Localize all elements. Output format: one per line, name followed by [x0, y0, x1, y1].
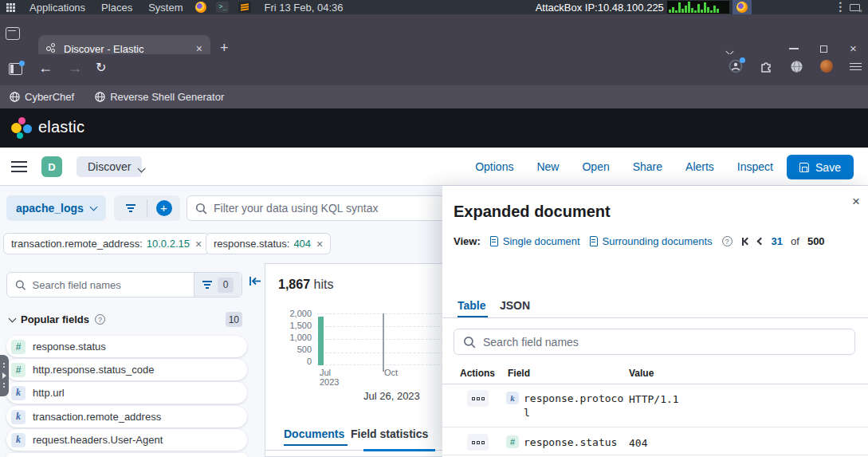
- saved-query-menu-icon[interactable]: [114, 195, 147, 221]
- tabs-overview-icon[interactable]: [6, 27, 20, 40]
- window-minimize-icon[interactable]: [789, 48, 799, 49]
- menu-places[interactable]: Places: [101, 2, 132, 14]
- save-icon: [799, 163, 809, 172]
- menu-hamburger-icon[interactable]: [850, 63, 862, 70]
- alerts-button[interactable]: Alerts: [685, 160, 714, 173]
- field-item-response-status[interactable]: #response.status: [6, 336, 247, 357]
- back-icon[interactable]: ←: [38, 60, 53, 77]
- field-item-http-url[interactable]: khttp.url: [6, 382, 247, 404]
- field-item-transaction-remote-address[interactable]: ktransaction.remote_address: [6, 406, 247, 427]
- reload-icon[interactable]: ↻: [96, 60, 106, 75]
- column-header-field: Field: [508, 368, 530, 379]
- field-item-request-headers-user-agent[interactable]: krequest.headers.User-Agent: [6, 429, 247, 451]
- sidebar-toggle-icon[interactable]: [9, 63, 22, 75]
- row-actions-button[interactable]: [467, 434, 489, 451]
- collapse-sidebar-icon[interactable]: [249, 275, 262, 287]
- surrounding-documents-link[interactable]: Surrounding documents: [590, 235, 713, 247]
- search-icon: [15, 279, 26, 291]
- bookmark-reverse-shell-generator[interactable]: Reverse Shell Generator: [95, 91, 224, 103]
- extension-orange-icon[interactable]: [820, 60, 833, 73]
- pagination-separator: of: [791, 235, 799, 247]
- number-field-icon: #: [11, 340, 26, 354]
- histogram-bar[interactable]: [318, 317, 324, 365]
- menu-applications[interactable]: Applications: [29, 2, 85, 14]
- bookmark-cyberchef[interactable]: CyberChef: [10, 91, 74, 103]
- popular-fields-count: 10: [226, 312, 242, 327]
- share-button[interactable]: Share: [633, 160, 662, 173]
- y-axis-tick: 0: [277, 357, 312, 366]
- remove-filter-icon[interactable]: ×: [316, 238, 323, 250]
- tabs-divider: [442, 317, 868, 318]
- app-grid-icon[interactable]: [6, 3, 15, 12]
- row-divider: [442, 455, 868, 455]
- hits-count: 1,867 hits: [278, 278, 333, 292]
- menu-system[interactable]: System: [148, 2, 183, 14]
- loading-progress-bar: [363, 449, 435, 451]
- firefox-tray-icon[interactable]: [732, 0, 752, 14]
- first-document-icon[interactable]: [742, 238, 750, 246]
- tray-dots-icon[interactable]: •••: [839, 2, 842, 14]
- field-search-input[interactable]: [33, 279, 187, 291]
- nav-menu-icon[interactable]: [11, 161, 27, 172]
- help-question-icon[interactable]: ?: [722, 236, 732, 246]
- close-flyout-icon[interactable]: ×: [852, 194, 860, 210]
- expanded-document-flyout: × Expanded document View: Single documen…: [442, 186, 868, 457]
- keyword-field-icon: k: [11, 410, 26, 424]
- breadcrumb[interactable]: Discover: [77, 156, 142, 177]
- window-maximize-icon[interactable]: [820, 43, 827, 55]
- top-menu: Options New Open Share Alerts Inspect: [475, 148, 773, 186]
- field-name: response.protocol: [524, 392, 626, 420]
- filter-pill-remote-address[interactable]: transaction.remote_address: 10.0.2.15 ×: [3, 233, 210, 254]
- keyboard-tray-icon[interactable]: [850, 4, 860, 11]
- firefox-launcher-icon[interactable]: [195, 2, 206, 13]
- previous-document-icon[interactable]: [758, 238, 764, 244]
- section-chevron-icon[interactable]: [9, 314, 17, 322]
- desktop-top-bar: Applications Places System >_ Fri 13 Feb…: [0, 0, 868, 14]
- field-item-http-response-status-code[interactable]: #http.response.status_code: [6, 359, 247, 380]
- tab-table[interactable]: Table: [458, 299, 486, 312]
- field-search[interactable]: 0: [6, 272, 242, 297]
- tab-documents[interactable]: Documents: [284, 427, 344, 440]
- field-value: 404: [629, 437, 647, 449]
- field-item-partial[interactable]: [6, 453, 247, 457]
- tab-close-icon[interactable]: ×: [196, 42, 202, 55]
- remove-filter-icon[interactable]: ×: [195, 238, 202, 250]
- tab-json[interactable]: JSON: [500, 299, 530, 312]
- keyword-field-icon: k: [506, 392, 519, 404]
- field-filter-button[interactable]: 0: [194, 273, 242, 297]
- flyout-field-search-input[interactable]: [483, 336, 846, 349]
- tab-field-statistics[interactable]: Field statistics: [351, 427, 428, 440]
- pagination-total: 500: [807, 235, 825, 247]
- column-header-value: Value: [629, 368, 654, 379]
- account-icon[interactable]: [729, 59, 743, 73]
- breadcrumb-chevron-icon[interactable]: [139, 162, 144, 174]
- editor-launcher-icon[interactable]: [238, 2, 251, 13]
- single-document-link[interactable]: Single document: [490, 235, 580, 247]
- open-button[interactable]: Open: [582, 160, 609, 173]
- discover-app-badge: D: [41, 156, 62, 177]
- popular-fields-header[interactable]: Popular fields ? 10: [10, 312, 242, 327]
- elastic-logo[interactable]: [11, 117, 33, 139]
- inspect-button[interactable]: Inspect: [737, 160, 773, 173]
- terminal-launcher-icon[interactable]: >_: [216, 2, 229, 13]
- forward-icon[interactable]: →: [68, 60, 82, 77]
- save-button[interactable]: Save: [787, 155, 854, 179]
- discover-app-header: D Discover Options New Open Share Alerts…: [0, 148, 868, 186]
- keyword-field-icon: k: [11, 386, 26, 400]
- panel-drag-handle[interactable]: [0, 355, 9, 396]
- active-tab-underline: [458, 316, 488, 317]
- row-actions-button[interactable]: [467, 390, 489, 407]
- extension-globe-icon[interactable]: [790, 60, 803, 73]
- info-icon[interactable]: ?: [95, 314, 105, 325]
- field-value: HTTP/1.1: [629, 393, 679, 405]
- window-close-icon[interactable]: ×: [850, 41, 857, 55]
- flyout-field-search[interactable]: [454, 329, 855, 355]
- options-button[interactable]: Options: [475, 160, 513, 173]
- new-tab-icon[interactable]: +: [220, 41, 229, 55]
- new-button[interactable]: New: [536, 160, 559, 173]
- x-gridline: [383, 313, 384, 372]
- extensions-puzzle-icon[interactable]: [760, 60, 773, 73]
- add-filter-button[interactable]: +: [147, 195, 180, 221]
- data-view-picker[interactable]: apache_logs: [6, 195, 106, 221]
- filter-pill-response-status[interactable]: response.status: 404 ×: [206, 233, 331, 254]
